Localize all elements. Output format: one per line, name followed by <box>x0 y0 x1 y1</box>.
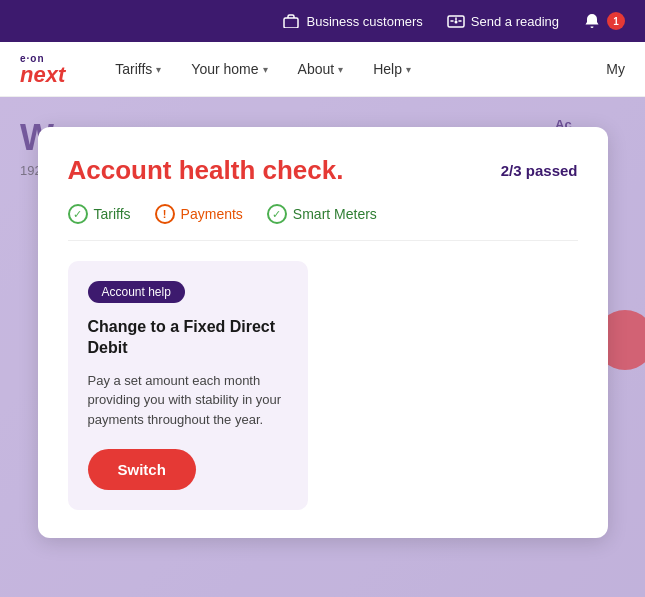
top-bar: Business customers Send a reading 1 <box>0 0 645 42</box>
bell-icon <box>583 12 601 30</box>
svg-point-2 <box>454 21 457 24</box>
smart-meters-check-label: Smart Meters <box>293 206 377 222</box>
navbar: e·on next Tariffs ▾ Your home ▾ About ▾ … <box>0 42 645 97</box>
about-label: About <box>298 61 335 77</box>
nav-tariffs[interactable]: Tariffs ▾ <box>115 61 161 77</box>
account-help-card: Account help Change to a Fixed Direct De… <box>68 261 308 510</box>
help-chevron-icon: ▾ <box>406 64 411 75</box>
send-reading-link[interactable]: Send a reading <box>447 12 559 30</box>
notification-bell[interactable]: 1 <box>583 12 625 30</box>
about-chevron-icon: ▾ <box>338 64 343 75</box>
switch-button[interactable]: Switch <box>88 449 196 490</box>
card-badge: Account help <box>88 281 185 303</box>
payments-check-label: Payments <box>181 206 243 222</box>
modal-header: Account health check. 2/3 passed <box>68 155 578 186</box>
your-home-label: Your home <box>191 61 258 77</box>
logo-next-text: next <box>20 64 65 86</box>
business-customers-link[interactable]: Business customers <box>282 12 422 30</box>
logo[interactable]: e·on next <box>20 53 65 86</box>
check-payments: ! Payments <box>155 204 243 224</box>
briefcase-icon <box>282 12 300 30</box>
business-label: Business customers <box>306 14 422 29</box>
notification-count: 1 <box>607 12 625 30</box>
nav-help[interactable]: Help ▾ <box>373 61 411 77</box>
card-description: Pay a set amount each month providing yo… <box>88 371 288 430</box>
card-title: Change to a Fixed Direct Debit <box>88 317 288 359</box>
modal-title: Account health check. <box>68 155 344 186</box>
your-home-chevron-icon: ▾ <box>263 64 268 75</box>
payments-warning-icon: ! <box>155 204 175 224</box>
modal-passed: 2/3 passed <box>501 162 578 179</box>
tariffs-check-icon: ✓ <box>68 204 88 224</box>
modal-overlay: Account health check. 2/3 passed ✓ Tarif… <box>0 97 645 597</box>
send-reading-label: Send a reading <box>471 14 559 29</box>
help-label: Help <box>373 61 402 77</box>
svg-rect-0 <box>284 18 298 28</box>
tariffs-label: Tariffs <box>115 61 152 77</box>
check-smart-meters: ✓ Smart Meters <box>267 204 377 224</box>
check-items-list: ✓ Tariffs ! Payments ✓ Smart Meters <box>68 204 578 241</box>
nav-your-home[interactable]: Your home ▾ <box>191 61 267 77</box>
nav-my[interactable]: My <box>606 61 625 77</box>
tariffs-check-label: Tariffs <box>94 206 131 222</box>
check-tariffs: ✓ Tariffs <box>68 204 131 224</box>
account-health-modal: Account health check. 2/3 passed ✓ Tarif… <box>38 127 608 538</box>
meter-icon <box>447 12 465 30</box>
tariffs-chevron-icon: ▾ <box>156 64 161 75</box>
smart-meters-check-icon: ✓ <box>267 204 287 224</box>
nav-about[interactable]: About ▾ <box>298 61 344 77</box>
